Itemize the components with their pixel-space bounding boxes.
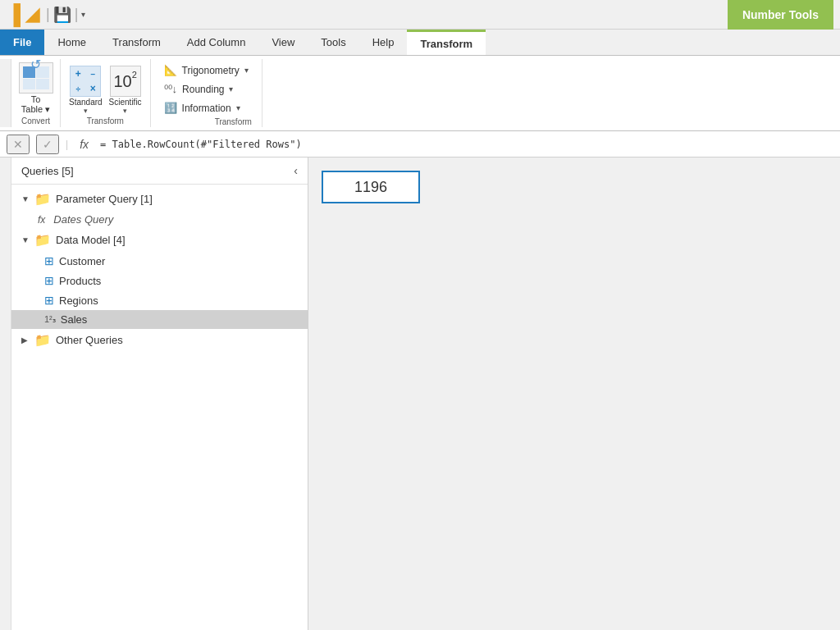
- tree-item-products[interactable]: ⊞ Products: [11, 271, 308, 290]
- other-queries-folder-icon: 📁: [34, 332, 51, 348]
- app-logo: ▐: [7, 3, 21, 26]
- sidebar: Queries [5] ‹ ▼ 📁 Parameter Query [1] fx…: [11, 158, 308, 630]
- information-button[interactable]: 🔢 Information ▾: [161, 100, 252, 116]
- rounding-label: Rounding: [182, 84, 224, 95]
- transform-group-label: Transform: [87, 116, 124, 126]
- row-count-cell: 1196: [322, 171, 420, 203]
- data-model-arrow: ▼: [21, 235, 30, 244]
- parameter-query-label: Parameter Query [1]: [56, 193, 153, 205]
- to-table-button[interactable]: ↺ To Table ▾: [19, 62, 53, 115]
- sales-123-icon: 1²₃: [44, 314, 56, 325]
- regions-label: Regions: [59, 294, 98, 307]
- tab-view[interactable]: View: [258, 30, 308, 55]
- tree-item-regions[interactable]: ⊞ Regions: [11, 290, 308, 310]
- tab-transform-contextual[interactable]: Transform: [407, 30, 486, 55]
- query-tree: ▼ 📁 Parameter Query [1] fx Dates Query ▼…: [11, 185, 308, 630]
- rounding-arrow: ▾: [229, 84, 233, 94]
- standard-arrow: ▾: [84, 107, 88, 115]
- dates-query-fx-icon: fx: [38, 214, 45, 226]
- trig-label: Trigonometry: [182, 65, 240, 76]
- convert-group-label: Convert: [21, 116, 50, 126]
- formula-fx-label: fx: [75, 138, 94, 151]
- rounding-icon: ⁰⁰↓: [164, 83, 178, 95]
- scientific-label: Scientific: [109, 98, 142, 107]
- app-logo-accent: ◢: [25, 4, 39, 25]
- regions-table-icon: ⊞: [44, 294, 54, 307]
- parameter-query-arrow: ▼: [21, 194, 30, 203]
- ribbon-content: ↺ To Table ▾ Convert +−÷× Standard ▾ 102: [0, 56, 840, 131]
- ribbon-left-edge: [0, 59, 11, 127]
- tab-home[interactable]: Home: [44, 30, 99, 55]
- ribbon-tabs: File Home Transform Add Column View Tool…: [0, 30, 840, 56]
- tree-item-customer[interactable]: ⊞ Customer: [11, 251, 308, 271]
- parameter-query-folder-icon: 📁: [34, 191, 51, 207]
- ribbon-group-transform: +−÷× Standard ▾ 102 Scientific ▾ Transfo…: [61, 59, 151, 127]
- title-bar: ▐ ◢ | 💾 | ▾ Number Tools: [0, 0, 840, 30]
- formula-text: = Table.RowCount(#"Filtered Rows"): [100, 139, 302, 150]
- number-tools-label: Number Tools: [742, 8, 819, 21]
- info-arrow: ▾: [236, 103, 240, 112]
- trig-icon: 📐: [164, 64, 177, 76]
- left-strip: [0, 158, 11, 630]
- formula-sep: |: [66, 139, 68, 150]
- data-model-label: Data Model [4]: [56, 234, 126, 246]
- title-sep2: |: [75, 6, 79, 23]
- products-label: Products: [59, 275, 101, 287]
- ribbon-group-convert: ↺ To Table ▾ Convert: [11, 59, 61, 127]
- tree-item-sales[interactable]: 1²₃ Sales: [11, 310, 308, 329]
- title-sep1: |: [46, 6, 50, 23]
- customer-table-icon: ⊞: [44, 254, 54, 267]
- tab-transform[interactable]: Transform: [99, 30, 174, 55]
- tab-file[interactable]: File: [0, 30, 44, 55]
- customer-label: Customer: [59, 255, 105, 267]
- tree-item-data-model[interactable]: ▼ 📁 Data Model [4]: [11, 229, 308, 251]
- tab-tools[interactable]: Tools: [308, 30, 358, 55]
- trig-arrow: ▾: [244, 66, 249, 75]
- tree-item-dates-query[interactable]: fx Dates Query: [11, 210, 308, 229]
- data-model-folder-icon: 📁: [34, 232, 51, 248]
- tree-item-other-queries[interactable]: ▶ 📁 Other Queries: [11, 329, 308, 351]
- to-label: To: [31, 94, 41, 104]
- info-icon: 🔢: [164, 102, 177, 114]
- trigonometry-button[interactable]: 📐 Trigonometry ▾: [161, 62, 252, 78]
- to-table-label: Table ▾: [21, 104, 50, 115]
- tab-help[interactable]: Help: [359, 30, 408, 55]
- ribbon-group-functions: 📐 Trigonometry ▾ ⁰⁰↓ Rounding ▾ 🔢 Inform…: [151, 59, 262, 127]
- sales-label: Sales: [61, 313, 88, 326]
- formula-bar: ✕ ✓ | fx = Table.RowCount(#"Filtered Row…: [0, 131, 840, 158]
- quick-access-arrow[interactable]: ▾: [81, 10, 85, 19]
- standard-label: Standard: [69, 98, 103, 107]
- formula-cancel-button[interactable]: ✕: [7, 135, 30, 154]
- scientific-arrow: ▾: [123, 107, 127, 115]
- queries-title: Queries [5]: [21, 165, 74, 177]
- rounding-button[interactable]: ⁰⁰↓ Rounding ▾: [161, 81, 252, 97]
- dates-query-label: Dates Query: [53, 213, 113, 226]
- other-queries-arrow: ▶: [21, 336, 30, 345]
- tab-add-column[interactable]: Add Column: [174, 30, 259, 55]
- sidebar-collapse-button[interactable]: ‹: [294, 164, 298, 177]
- information-label: Information: [182, 103, 231, 114]
- formula-confirm-button[interactable]: ✓: [36, 135, 59, 154]
- products-table-icon: ⊞: [44, 274, 54, 287]
- save-button[interactable]: 💾: [53, 6, 71, 24]
- row-count-value: 1196: [354, 179, 387, 196]
- standard-button[interactable]: +−÷× Standard ▾: [69, 66, 103, 115]
- main-layout: Queries [5] ‹ ▼ 📁 Parameter Query [1] fx…: [0, 158, 840, 630]
- number-tools-badge: Number Tools: [728, 0, 833, 30]
- tree-item-parameter-query[interactable]: ▼ 📁 Parameter Query [1]: [11, 188, 308, 210]
- sidebar-header: Queries [5] ‹: [11, 158, 308, 185]
- scientific-button[interactable]: 102 Scientific ▾: [109, 66, 142, 115]
- functions-group-label: Transform: [215, 117, 252, 126]
- content-area: 1196: [308, 158, 840, 630]
- other-queries-label: Other Queries: [56, 334, 123, 346]
